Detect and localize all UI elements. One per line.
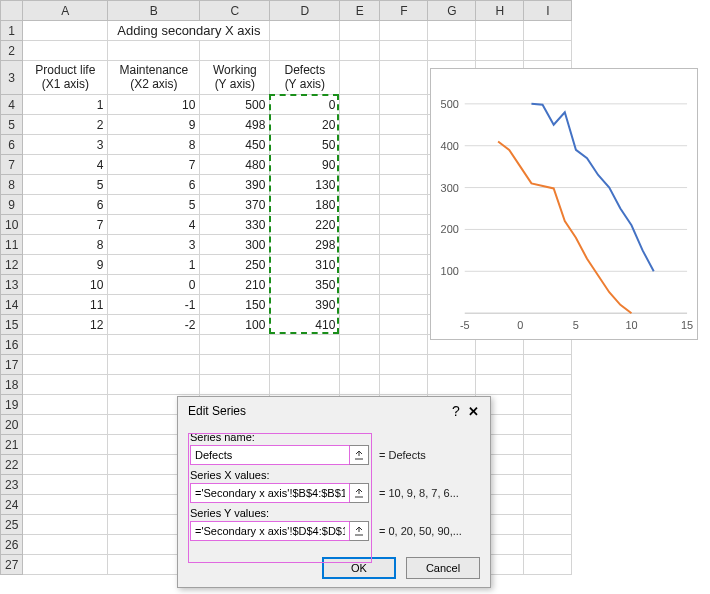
cell[interactable]: 150	[200, 295, 270, 315]
col-header[interactable]: H	[476, 1, 524, 21]
cell[interactable]	[524, 395, 572, 415]
cell[interactable]	[380, 235, 428, 255]
range-picker-icon[interactable]	[349, 445, 369, 465]
cell[interactable]: 370	[200, 195, 270, 215]
cell[interactable]	[380, 175, 428, 195]
range-picker-icon[interactable]	[349, 521, 369, 541]
cell[interactable]: 1	[108, 255, 200, 275]
cell[interactable]	[23, 355, 108, 375]
cell[interactable]	[476, 355, 524, 375]
row-header[interactable]: 17	[1, 355, 23, 375]
cell[interactable]: -1	[108, 295, 200, 315]
cell[interactable]	[380, 335, 428, 355]
cell[interactable]	[270, 41, 340, 61]
row-header[interactable]: 16	[1, 335, 23, 355]
cell[interactable]	[108, 41, 200, 61]
cell[interactable]	[380, 41, 428, 61]
row-header[interactable]: 10	[1, 215, 23, 235]
cell[interactable]	[524, 455, 572, 475]
cell[interactable]	[428, 41, 476, 61]
cell[interactable]: 498	[200, 115, 270, 135]
cell[interactable]	[23, 475, 108, 495]
cell[interactable]	[524, 555, 572, 575]
row-header[interactable]: 27	[1, 555, 23, 575]
cell[interactable]: 90	[270, 155, 340, 175]
col-header[interactable]: F	[380, 1, 428, 21]
cell[interactable]	[23, 41, 108, 61]
col-header[interactable]: B	[108, 1, 200, 21]
cell[interactable]: 480	[200, 155, 270, 175]
chart[interactable]: 100200300400500-5051015	[430, 68, 698, 340]
cell[interactable]	[340, 175, 380, 195]
cell[interactable]: 5	[108, 195, 200, 215]
cell[interactable]	[340, 255, 380, 275]
cell[interactable]: 9	[23, 255, 108, 275]
cell[interactable]: 220	[270, 215, 340, 235]
cell[interactable]: 4	[108, 215, 200, 235]
row-header[interactable]: 5	[1, 115, 23, 135]
cell[interactable]	[340, 235, 380, 255]
cell[interactable]: 11	[23, 295, 108, 315]
cell[interactable]	[380, 21, 428, 41]
cell[interactable]	[200, 375, 270, 395]
cell[interactable]: 20	[270, 115, 340, 135]
range-picker-icon[interactable]	[349, 483, 369, 503]
cell[interactable]	[340, 155, 380, 175]
cell[interactable]	[380, 61, 428, 95]
cell[interactable]	[108, 355, 200, 375]
cell[interactable]	[108, 375, 200, 395]
cell[interactable]: -2	[108, 315, 200, 335]
cell[interactable]: 7	[108, 155, 200, 175]
row-header[interactable]: 23	[1, 475, 23, 495]
row-header[interactable]: 8	[1, 175, 23, 195]
cell[interactable]	[524, 475, 572, 495]
cell[interactable]	[200, 355, 270, 375]
cell[interactable]	[524, 41, 572, 61]
cell[interactable]	[380, 255, 428, 275]
cell[interactable]: 390	[200, 175, 270, 195]
row-header[interactable]: 11	[1, 235, 23, 255]
row-header[interactable]: 14	[1, 295, 23, 315]
cell[interactable]	[524, 415, 572, 435]
cell[interactable]	[380, 115, 428, 135]
row-header[interactable]: 20	[1, 415, 23, 435]
cell[interactable]: 3	[108, 235, 200, 255]
cell[interactable]: 330	[200, 215, 270, 235]
cell[interactable]: 450	[200, 135, 270, 155]
row-header[interactable]: 4	[1, 95, 23, 115]
row-header[interactable]: 13	[1, 275, 23, 295]
cell[interactable]: 100	[200, 315, 270, 335]
cell[interactable]	[340, 375, 380, 395]
cell[interactable]: 5	[23, 175, 108, 195]
series-name-input[interactable]	[190, 445, 350, 465]
cell[interactable]	[380, 315, 428, 335]
cell[interactable]: 3	[23, 135, 108, 155]
cell[interactable]	[23, 21, 108, 41]
cell[interactable]: 12	[23, 315, 108, 335]
cell[interactable]	[108, 335, 200, 355]
cell[interactable]: 500	[200, 95, 270, 115]
cell[interactable]	[270, 335, 340, 355]
cell[interactable]: 2	[23, 115, 108, 135]
cell[interactable]	[340, 115, 380, 135]
row-header[interactable]: 25	[1, 515, 23, 535]
cell[interactable]	[524, 515, 572, 535]
row-header[interactable]: 21	[1, 435, 23, 455]
col-header[interactable]: D	[270, 1, 340, 21]
cell[interactable]: 50	[270, 135, 340, 155]
cell[interactable]	[340, 95, 380, 115]
cell[interactable]	[23, 435, 108, 455]
series-y-input[interactable]	[190, 521, 350, 541]
cell[interactable]	[428, 355, 476, 375]
row-header[interactable]: 24	[1, 495, 23, 515]
row-header[interactable]: 12	[1, 255, 23, 275]
cell[interactable]	[23, 555, 108, 575]
row-header[interactable]: 6	[1, 135, 23, 155]
close-icon[interactable]: ✕	[464, 404, 482, 419]
cell[interactable]: Adding secondary X axis	[108, 21, 270, 41]
cell[interactable]	[380, 295, 428, 315]
cell[interactable]: 6	[108, 175, 200, 195]
help-icon[interactable]: ?	[448, 403, 464, 419]
row-header[interactable]: 2	[1, 41, 23, 61]
row-header[interactable]: 19	[1, 395, 23, 415]
